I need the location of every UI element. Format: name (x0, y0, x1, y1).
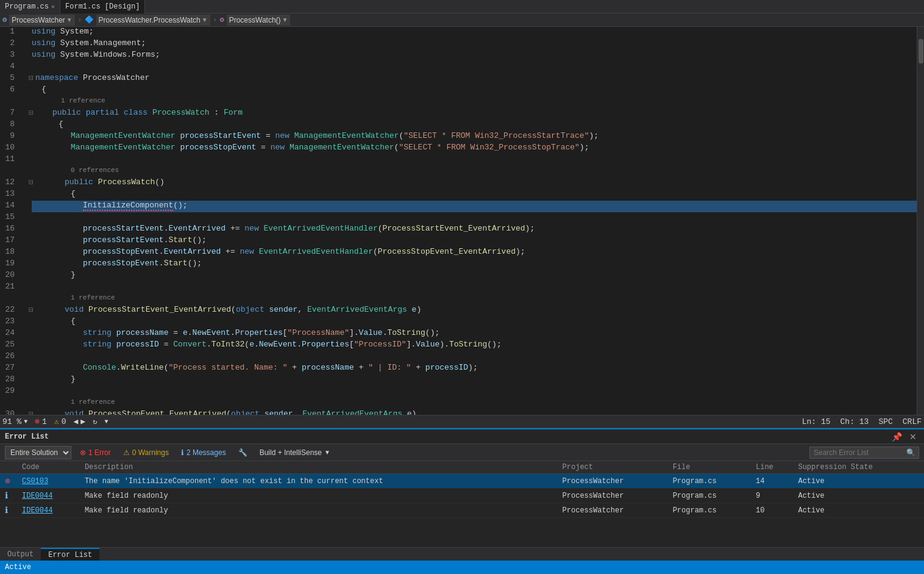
line-code-30: void ProcessStopEvent_EventArrived(objec… (35, 409, 917, 415)
col-header-suppression[interactable]: Suppression State (793, 461, 924, 474)
code-line-hint3: 22 1 reference (0, 293, 917, 305)
col-header-file[interactable]: File (668, 461, 751, 474)
bottom-status-bar: Active (0, 561, 924, 574)
row1-desc-cell: The name 'InitializeComponent' does not … (80, 474, 558, 489)
col-header-code[interactable]: Code (17, 461, 80, 474)
nav-icon: ⚙ (2, 15, 7, 24)
line-num-20: 20 (0, 270, 22, 282)
solution-filter-select[interactable]: Entire Solution (5, 446, 71, 459)
line-code-7: public partial class ProcessWatch : Form (35, 108, 917, 120)
gutter-11 (22, 154, 32, 166)
gutter-25 (22, 340, 32, 351)
tab-program-cs[interactable]: Program.cs ✕ (0, 0, 60, 13)
code-line-29: 29 (0, 386, 917, 398)
row3-project-cell: ProcessWatcher (558, 503, 668, 518)
nav-dropdown-class[interactable]: ProcessWatcher.ProcessWatch ▼ (96, 15, 210, 26)
code-line-15: 15 (0, 212, 917, 224)
collapse-7[interactable]: ⊟ (27, 108, 35, 120)
code-line-30: 30 ⊟ void ProcessStopEvent_EventArrived(… (0, 409, 917, 415)
tab-form1-design[interactable]: Form1.cs [Design] (60, 0, 145, 13)
line-num-hint4: 30 (0, 398, 22, 409)
line-code-4 (32, 62, 917, 73)
col-header-description[interactable]: Description (80, 461, 558, 474)
error-row-1[interactable]: ⊗ CS0103 The name 'InitializeComponent' … (0, 474, 924, 489)
message-count-label: 2 Messages (187, 448, 226, 457)
code-line-hint2: 12 0 references (0, 166, 917, 178)
message-filter-btn[interactable]: ℹ 2 Messages (177, 447, 230, 458)
line-num-hint1: 7 (0, 96, 22, 108)
collapse-22[interactable]: ⊟ (27, 305, 35, 317)
gutter-hint3 (22, 293, 32, 305)
collapse-30[interactable]: ⊟ (27, 409, 35, 415)
code-line-6: 6 { (0, 85, 917, 96)
code-line-26: 26 (0, 351, 917, 363)
scrollbar-thumb[interactable] (919, 39, 923, 63)
error-count-status[interactable]: ⊗ 1 (35, 417, 47, 426)
build-filter-btn[interactable]: Build + IntelliSense ▼ (256, 447, 334, 458)
nav-back-arrow: ◀ (74, 417, 79, 426)
col-header-line[interactable]: Line (751, 461, 793, 474)
panel-pin-btn[interactable]: 📌 (889, 432, 904, 442)
error-table: Code Description Project File Line Suppr… (0, 461, 924, 518)
line-num-9: 9 (0, 131, 22, 143)
line-num-16: 16 (0, 224, 22, 235)
code-scrollbar-v[interactable] (917, 27, 924, 415)
nav-back[interactable]: ◀ ▶ (74, 417, 86, 426)
code-line-2: 2 using System.Management; (0, 38, 917, 50)
error-search-input[interactable] (809, 447, 919, 459)
col-header-project[interactable]: Project (558, 461, 668, 474)
filter-options-btn[interactable]: 🔧 (235, 447, 251, 458)
nav-refresh[interactable]: ↻ (93, 417, 97, 426)
row2-file-cell: Program.cs (668, 489, 751, 503)
bottom-tab-output[interactable]: Output (0, 548, 41, 561)
warning-count-status[interactable]: ⚠ 0 (54, 417, 66, 426)
line-num-10: 10 (0, 143, 22, 154)
code-line-14: 14 InitializeComponent(); (0, 201, 917, 212)
panel-close-btn[interactable]: ✕ (907, 432, 919, 442)
line-code-11 (32, 154, 917, 166)
row1-code-link[interactable]: CS0103 (22, 477, 48, 486)
nav-dropdown-project[interactable]: ProcessWatcher ▼ (9, 15, 75, 26)
row2-code-link[interactable]: IDE0044 (22, 492, 52, 500)
code-line-25: 25 string processID = Convert.ToInt32(e.… (0, 340, 917, 351)
nav-dropdown-btn[interactable]: ▼ (104, 418, 108, 425)
code-line-9: 9 ManagementEventWatcher processStartEve… (0, 131, 917, 143)
line-code-19: processStopEvent.Start(); (32, 259, 917, 270)
line-code-24: string processName = e.NewEvent.Properti… (32, 328, 917, 340)
zoom-control[interactable]: 91 % ▼ (2, 417, 27, 426)
bottom-tab-error-list-label: Error List (48, 551, 92, 559)
gutter-19 (22, 259, 32, 270)
warning-num-status: 0 (62, 417, 66, 426)
error-count-label: 1 Error (88, 448, 111, 457)
nav-dropdown-method[interactable]: ProcessWatch() ▼ (227, 15, 291, 26)
nav-icon3: ⚙ (219, 15, 224, 24)
error-row-3[interactable]: ℹ IDE0044 Make field readonly ProcessWat… (0, 503, 924, 518)
error-panel-header: Error List 📌 ✕ (0, 429, 924, 444)
collapse-5[interactable]: ⊟ (27, 73, 35, 85)
warning-filter-btn[interactable]: ⚠ 0 Warnings (119, 447, 172, 458)
row2-suppression-cell: Active (793, 489, 924, 503)
bottom-tab-output-label: Output (7, 550, 34, 559)
code-line-8: 8 { (0, 120, 917, 131)
code-line-hint1: 7 1 reference (0, 96, 917, 108)
tab-program-cs-close[interactable]: ✕ (51, 3, 55, 10)
code-line-21: 21 (0, 282, 917, 293)
gutter-26 (22, 351, 32, 363)
line-num-14: 14 (0, 201, 22, 212)
row2-line-cell: 9 (751, 489, 793, 503)
bottom-tab-error-list[interactable]: Error List (41, 548, 99, 561)
row3-code-link[interactable]: IDE0044 (22, 506, 52, 515)
gutter-13 (22, 189, 32, 201)
col-header-icon[interactable] (0, 461, 17, 474)
nav-bar: ⚙ ProcessWatcher ▼ › 🔷 ProcessWatcher.Pr… (0, 13, 924, 27)
collapse-12[interactable]: ⊟ (27, 178, 35, 189)
error-row-2[interactable]: ℹ IDE0044 Make field readonly ProcessWat… (0, 489, 924, 503)
error-table-container[interactable]: Code Description Project File Line Suppr… (0, 461, 924, 547)
error-filter-icon: ⊗ (80, 448, 86, 457)
code-line-4: 4 (0, 62, 917, 73)
line-num-25: 25 (0, 340, 22, 351)
error-filter-btn[interactable]: ⊗ 1 Error (76, 447, 115, 458)
line-code-6: { (32, 85, 917, 96)
line-code-27: Console.WriteLine("Process started. Name… (32, 363, 917, 375)
line-code-10: ManagementEventWatcher processStopEvent … (32, 143, 917, 154)
